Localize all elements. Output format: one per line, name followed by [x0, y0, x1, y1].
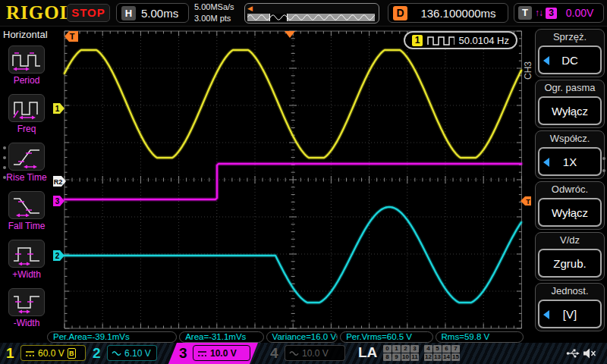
- bw-limit-icon: B: [68, 348, 76, 359]
- menu-item-pos-width[interactable]: +Width: [0, 240, 53, 287]
- ch3-offset-marker[interactable]: 3: [53, 196, 64, 206]
- measurement-results-bar: Per.Area=-39.1mVs Area=-31.1mVs Variance…: [47, 331, 524, 344]
- period-icon: [11, 49, 42, 71]
- freq-icon: [11, 97, 42, 120]
- acquisition-info: 5.00MSa/s 3.00M pts: [194, 2, 234, 24]
- menu-page-dot: [602, 169, 605, 172]
- svg-text:T: T: [526, 198, 530, 206]
- la-label[interactable]: LA: [358, 344, 377, 361]
- menu-scroll-dot: [3, 166, 6, 169]
- softkey-probe-ratio[interactable]: Współcz. 1X: [535, 130, 605, 179]
- channel-settings-menu: CH3 Sprzęż. DC Ogr. pasma Wyłącz Współcz…: [531, 27, 607, 343]
- square-wave-icon: [427, 35, 454, 46]
- menu-scroll-dot: [3, 146, 6, 149]
- h-icon: H: [121, 6, 136, 20]
- svg-text:3: 3: [55, 197, 60, 206]
- speaker-muted-icon: [583, 347, 596, 359]
- menu-scroll-dot: [3, 176, 6, 179]
- menu-item-period[interactable]: Period: [0, 46, 53, 93]
- softkey-units[interactable]: Jednost. [V]: [535, 283, 605, 331]
- trigger-offscreen-left-marker[interactable]: T: [64, 31, 78, 42]
- menu-item-freq[interactable]: Freq: [0, 94, 53, 141]
- measurement-variance[interactable]: Variance=16.0 V²: [266, 331, 338, 343]
- trigger-frequency-badge: 1 50.0104 Hz: [404, 31, 517, 49]
- trigger-readout-box[interactable]: T ↑↓ 3 0.00V: [514, 3, 604, 23]
- ch3-selected-highlight[interactable]: 3 10.0 V: [168, 343, 258, 364]
- measurement-per-vrms[interactable]: Per.Vrms=60.5 V: [340, 331, 432, 343]
- measurement-rms[interactable]: Rms=59.8 V: [436, 331, 524, 343]
- menu-page-dot: [602, 157, 605, 160]
- horizontal-timebase-box[interactable]: H 5.00ms: [116, 3, 189, 23]
- softkey-coupling[interactable]: Sprzęż. DC: [535, 29, 605, 77]
- run-stop-status[interactable]: STOP: [67, 4, 110, 22]
- sample-rate: 5.00MSa/s: [194, 2, 234, 13]
- menu-scroll-dot: [3, 156, 6, 159]
- trigger-level-value: 0.00V: [560, 7, 599, 19]
- ch4-scale-box[interactable]: 10.0 V: [285, 345, 345, 361]
- trigger-frequency-value: 50.0104 Hz: [459, 35, 510, 46]
- waveform-display: T 1 R2 3 2 T: [53, 27, 533, 337]
- trigger-position-icon: ◀: [247, 5, 253, 12]
- channel-status-bar: 1 60.0 V B 2 6.10 V 3 10.0 V 4 10.0 V LA: [0, 343, 607, 364]
- top-status-bar: RIGOL STOP H 5.00ms 5.00MSa/s 3.00M pts …: [0, 0, 607, 27]
- memory-depth: 3.00M pts: [194, 13, 234, 24]
- pos-width-icon: [11, 243, 42, 265]
- trigger-source-badge: 3: [546, 8, 557, 19]
- select-arrow-icon: [543, 56, 549, 65]
- ac-coupling-icon: [112, 350, 121, 357]
- neg-width-icon: [11, 291, 42, 314]
- ac-coupling-icon: [289, 350, 299, 357]
- ch1-number[interactable]: 1: [6, 345, 14, 362]
- ref2-offset-marker[interactable]: R2: [53, 176, 66, 187]
- trigger-icon: T: [518, 6, 532, 20]
- preview-waveform-icon: [247, 14, 375, 21]
- menu-channel-label: CH3: [523, 42, 533, 80]
- ch3-number[interactable]: 3: [179, 345, 187, 362]
- delay-value: 136.100000ms: [414, 7, 503, 20]
- ch1-offset-marker[interactable]: 1: [53, 103, 64, 114]
- softkey-bw-limit[interactable]: Ogr. pasma Wyłącz: [535, 80, 605, 128]
- ch4-number[interactable]: 4: [270, 345, 278, 362]
- svg-text:1: 1: [55, 105, 60, 113]
- rigol-logo: RIGOL: [6, 2, 73, 24]
- softkey-volts-div[interactable]: V/dz Zgrub.: [535, 232, 605, 281]
- measurement-per-area[interactable]: Per.Area=-39.1mVs: [47, 331, 177, 343]
- graticule-grid: [64, 31, 521, 328]
- delay-icon: D: [393, 6, 407, 20]
- menu-item-fall-time[interactable]: Fall Time: [0, 191, 53, 238]
- menu-item-rise-time[interactable]: Rise Time: [0, 143, 53, 190]
- fall-time-icon: [11, 194, 42, 217]
- ch2-offset-marker[interactable]: 2: [53, 250, 64, 261]
- left-menu-title: Horizontal: [3, 29, 48, 40]
- usb-icon: [566, 347, 580, 359]
- ch2-scale-box[interactable]: 6.10 V: [107, 345, 157, 361]
- select-arrow-icon: [543, 310, 549, 319]
- trigger-slope-icon: ↑↓: [535, 8, 543, 18]
- timebase-value: 5.00ms: [141, 7, 178, 20]
- digital-channel-indicators[interactable]: 0 1 2 3 4 5 6 7 8 9 10 11 12 13 14 15: [383, 345, 460, 361]
- softkey-invert[interactable]: Odwróc. Wyłącz: [535, 181, 605, 230]
- horizontal-measure-menu: Horizontal Period Freq Rise Time: [0, 27, 53, 343]
- ch1-scale-box[interactable]: 60.0 V B: [20, 345, 86, 361]
- dc-coupling-icon: [197, 350, 207, 357]
- ch1-badge: 1: [412, 35, 423, 46]
- rise-time-icon: [11, 146, 42, 168]
- measurement-area[interactable]: Area=-31.1mVs: [179, 331, 263, 343]
- menu-item-neg-width[interactable]: -Width: [0, 288, 53, 335]
- delay-readout-box[interactable]: D 136.100000ms: [388, 3, 508, 23]
- select-arrow-icon: [543, 158, 549, 167]
- svg-text:2: 2: [55, 252, 60, 260]
- dc-coupling-icon: [25, 350, 35, 357]
- waveform-preview-strip[interactable]: ◀: [244, 3, 379, 24]
- ch2-number[interactable]: 2: [93, 345, 101, 362]
- svg-text:T: T: [70, 32, 75, 41]
- trace: [64, 207, 521, 303]
- trigger-position-top-icon[interactable]: [285, 31, 295, 38]
- svg-text:R2: R2: [54, 178, 63, 186]
- ch3-scale-box[interactable]: 10.0 V: [193, 345, 250, 361]
